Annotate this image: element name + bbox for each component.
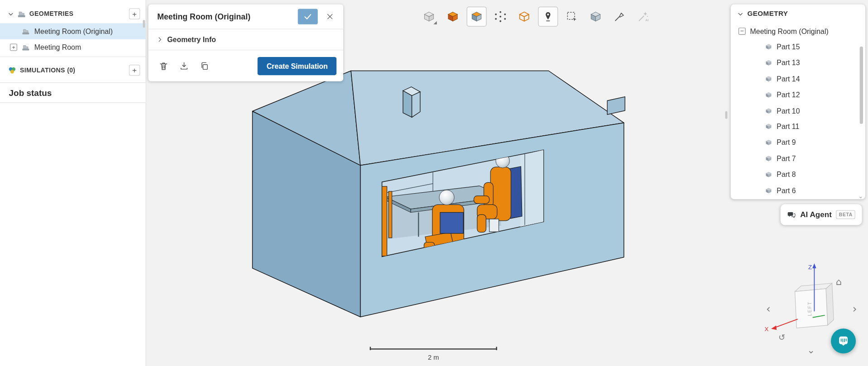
chat-bubbles-icon (787, 209, 796, 220)
solid-color-cube-view-button[interactable] (443, 7, 463, 27)
surface-cube-icon (470, 10, 483, 23)
part-label: Part 13 (777, 58, 800, 67)
sidebar-item-meeting-room-original[interactable]: Meeting Room (Original) (0, 23, 146, 39)
home-view-button[interactable]: ⌂ (835, 276, 843, 288)
part-cube-icon (765, 187, 772, 194)
geometry-machine-icon (22, 27, 30, 35)
tree-part-row[interactable]: Part 10 (731, 103, 865, 119)
left-panel-resize-handle[interactable] (143, 20, 145, 28)
ai-agent-button[interactable]: AI Agent BETA (781, 204, 862, 225)
scale-bar-line (370, 348, 497, 349)
chevron-down-icon (737, 11, 743, 17)
part-label: Part 9 (777, 138, 796, 147)
part-label: Part 8 (777, 171, 796, 179)
vertex-cube-view-button[interactable] (490, 7, 510, 27)
clip-plane-button[interactable] (609, 7, 629, 27)
z-axis-label: Z (808, 264, 812, 271)
tree-part-row[interactable]: Part 11 (731, 119, 865, 134)
tree-scrollbar[interactable] (860, 42, 864, 195)
previous-view-button[interactable]: ‹ (765, 302, 772, 315)
part-label: Part 6 (777, 186, 796, 195)
box-select-button[interactable] (562, 7, 582, 27)
surface-cube-view-button[interactable] (467, 7, 487, 27)
tree-part-row[interactable]: Part 12 (731, 87, 865, 103)
transparent-cube-view-button[interactable] (419, 7, 439, 27)
right-panel-resize-handle[interactable] (725, 111, 728, 119)
cube-face-label[interactable]: LEFT (807, 301, 812, 316)
collapse-toggle[interactable]: − (739, 28, 746, 35)
dropdown-caret (433, 21, 436, 24)
left-sidebar: GEOMETRIES + Meeting Room (Original) + M… (0, 0, 146, 366)
geometries-section-header[interactable]: GEOMETRIES + (0, 5, 146, 24)
tree-part-row[interactable]: Part 15 (731, 39, 865, 55)
geometry-info-toggle[interactable]: Geometry Info (149, 29, 343, 50)
box-select-icon (566, 10, 578, 23)
add-simulation-button[interactable]: + (129, 65, 140, 76)
download-button[interactable] (176, 57, 192, 74)
geometries-label: GEOMETRIES (29, 10, 73, 17)
tree-part-row[interactable]: Part 9 (731, 135, 865, 151)
close-icon (326, 13, 334, 20)
item-label: Meeting Room (34, 43, 81, 51)
vertex-cube-icon (494, 10, 507, 23)
chevron-down-icon (8, 11, 14, 17)
ai-agent-label: AI Agent (800, 210, 832, 219)
check-icon (303, 12, 313, 22)
tree-part-row[interactable]: Part 7 (731, 151, 865, 166)
plain-cube-view-button[interactable] (585, 7, 605, 27)
tree-part-row[interactable]: Part 14 (731, 71, 865, 86)
wireframe-cube-view-button[interactable] (514, 7, 534, 27)
clip-plane-icon (614, 10, 626, 23)
ai-tool-button[interactable]: AI (633, 7, 653, 27)
chevron-right-icon (156, 36, 163, 43)
scrollbar-thumb[interactable] (860, 47, 863, 124)
next-view-button[interactable]: › (851, 302, 858, 315)
scroll-down-icon[interactable]: ⌄ (858, 194, 863, 199)
create-simulation-button[interactable]: Create Simulation (258, 57, 336, 75)
panel-title: Meeting Room (Original) (157, 12, 250, 21)
duplicate-button[interactable] (196, 57, 213, 74)
tree-part-row[interactable]: Part 8 (731, 166, 865, 182)
probe-pin-icon (542, 10, 554, 23)
tree-root-label: Meeting Room (Original) (750, 27, 829, 35)
tree-part-row[interactable]: Part 6 (731, 182, 865, 198)
part-cube-icon (765, 91, 772, 98)
add-geometry-button[interactable]: + (129, 8, 140, 19)
part-cube-icon (765, 59, 772, 67)
app-window: GEOMETRIES + Meeting Room (Original) + M… (0, 0, 868, 366)
detail-panel-footer: Create Simulation (149, 50, 343, 81)
job-status-header[interactable]: Job status (0, 82, 146, 103)
simulations-icon (8, 66, 17, 75)
part-cube-icon (765, 43, 772, 50)
geometry-machine-icon (17, 10, 26, 19)
expand-toggle[interactable]: + (10, 44, 17, 51)
divider (0, 57, 146, 57)
delete-button[interactable] (155, 57, 172, 74)
beta-badge: BETA (836, 210, 855, 219)
view-toolbar: AI (419, 7, 653, 27)
close-button[interactable] (322, 9, 338, 24)
ai-wand-icon: AI (637, 10, 649, 23)
probe-point-button[interactable] (538, 7, 558, 27)
scale-bar-label: 2 m (370, 353, 497, 361)
part-cube-icon (765, 171, 772, 178)
tree-root-meeting-room[interactable]: − Meeting Room (Original) (731, 23, 865, 38)
scale-bar: 2 m (370, 348, 497, 361)
sidebar-item-meeting-room[interactable]: + Meeting Room (0, 39, 146, 55)
geometry-tree-header[interactable]: GEOMETRY (731, 5, 865, 24)
x-axis-label: X (764, 326, 768, 333)
solid-color-cube-icon (447, 10, 459, 23)
rotate-view-button[interactable]: ↺ (777, 333, 786, 343)
geometry-info-label: Geometry Info (167, 35, 216, 43)
svg-text:AI: AI (645, 18, 648, 22)
item-label: Meeting Room (Original) (34, 27, 113, 35)
model-roof-vent (403, 87, 420, 117)
part-cube-icon (765, 107, 772, 114)
simulations-section-header[interactable]: SIMULATIONS (0) + (0, 61, 146, 80)
geometry-machine-icon (22, 43, 30, 51)
detail-panel-header: Meeting Room (Original) (149, 5, 343, 29)
apply-button[interactable] (298, 9, 318, 24)
support-chat-button[interactable] (831, 328, 856, 353)
collapse-navcube-button[interactable]: ⌄ (806, 345, 816, 356)
tree-part-row[interactable]: Part 13 (731, 55, 865, 71)
